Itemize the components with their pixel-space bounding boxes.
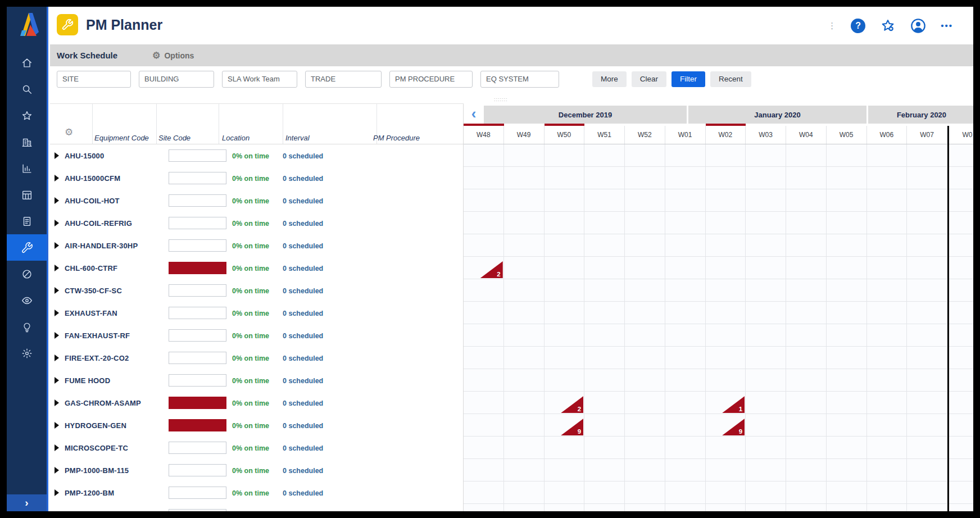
splitter-grip-icon[interactable]: ::::::: [494,97,508,102]
expand-arrow-icon[interactable] [55,175,59,181]
equipment-row: HYDROGEN-GEN0% on time0 scheduled [50,414,463,437]
sidebar-item-home[interactable] [7,49,47,76]
grid-line [464,458,973,459]
filter-input-pm-procedure[interactable] [389,71,473,88]
buildings-icon [21,136,33,148]
filter-input-site[interactable] [57,71,131,88]
grid-line [464,346,973,347]
expand-arrow-icon[interactable] [55,377,59,384]
scheduled-label: 0 scheduled [283,377,323,385]
equipment-code[interactable]: HYDROGEN-GEN [65,421,126,430]
timeline-back-button[interactable]: ‹ [464,106,484,124]
sidebar-item-search[interactable] [7,76,47,102]
schedule-marker-w50[interactable]: 2 [561,396,583,413]
expand-arrow-icon[interactable] [55,220,59,226]
expand-arrow-icon[interactable] [55,399,59,406]
grid-line [866,144,867,511]
equipment-code[interactable]: CHL-600-CTRF [65,264,117,272]
expand-arrow-icon[interactable] [55,422,59,429]
expand-arrow-icon[interactable] [55,242,59,249]
filter-input-trade[interactable] [305,71,382,88]
equipment-code[interactable]: GAS-CHROM-ASAMP [65,399,141,407]
sidebar-item-settings[interactable] [7,340,47,366]
sidebar-item-favorites[interactable] [7,102,47,129]
grid-settings-gear-icon[interactable]: ⚙ [65,126,73,138]
schedule-marker-w50[interactable]: 9 [561,419,583,435]
equipment-code[interactable]: AHU-COIL-REFRIG [65,219,132,228]
equipment-row: PMP-1200-BM0% on time0 scheduled [50,481,463,504]
schedule-marker-w02[interactable]: 1 [722,396,745,413]
brand-logo-icon[interactable] [14,10,41,39]
favorite-star-icon[interactable] [880,18,896,34]
schedule-marker-w48[interactable]: 2 [480,261,503,278]
equipment-code[interactable]: AIR-HANDLER-30HP [65,242,138,250]
sidebar-item-insights[interactable] [7,287,47,313]
kebab-menu-icon[interactable]: ⋮ [828,21,836,31]
equipment-list: AHU-150000% on time0 scheduledAHU-15000C… [50,144,464,511]
tab-bar: Work Schedule ⚙ Options [50,44,973,66]
tab-work-schedule[interactable]: Work Schedule [57,51,117,60]
sidebar-item-buildings[interactable] [7,129,47,155]
week-header-w0: W0 [947,126,973,144]
expand-arrow-icon[interactable] [55,152,59,159]
equipment-code[interactable]: MICROSCOPE-TC [65,444,128,452]
pm-planner-icon [21,242,33,254]
expand-arrow-icon[interactable] [55,444,59,451]
expand-arrow-icon[interactable] [55,197,59,204]
equipment-code[interactable]: AHU-15000CFM [65,174,120,183]
equipment-code[interactable]: PMP-1200-BM [65,489,114,497]
sidebar-item-ideas[interactable] [7,313,47,340]
user-avatar-icon[interactable] [910,18,926,34]
recent-button[interactable]: Recent [710,71,751,87]
app-window: › PM Planner ⋮ ? [7,7,973,511]
equipment-row: FUME HOOD0% on time0 scheduled [50,369,463,392]
equipment-code[interactable]: FIRE-EXT.-20-CO2 [65,354,129,362]
on-time-progress-bar [169,464,226,476]
reports-icon [21,162,33,175]
week-header-w04: W04 [786,126,827,144]
ideas-icon [21,321,33,333]
more-button[interactable]: More [592,71,627,87]
equipment-code[interactable]: EXHAUST-FAN [65,309,117,317]
sidebar-item-documents[interactable] [7,208,47,234]
sidebar-expand-button[interactable]: › [7,494,47,511]
sidebar-item-pm-planner[interactable] [7,234,47,261]
expand-arrow-icon[interactable] [55,332,59,339]
week-header-w48: W48 [464,126,504,144]
schedule-marker-w02[interactable]: 9 [722,419,745,435]
column-divider [219,104,219,144]
sidebar-item-explore[interactable] [7,261,47,287]
equipment-code[interactable]: FAN-EXHAUST-RF [65,331,130,340]
on-time-progress-bar [169,284,226,297]
options-button[interactable]: ⚙ Options [152,50,194,61]
on-time-label: 0% on time [232,399,269,407]
expand-arrow-icon[interactable] [55,355,59,361]
pm-planner-app-icon [57,14,78,35]
expand-arrow-icon[interactable] [55,310,59,316]
timeline-header: ‹ December 2019January 2020February 2020… [464,103,973,144]
sidebar-item-reports[interactable] [7,155,47,181]
equipment-code[interactable]: AHU-15000 [65,152,104,160]
clear-button[interactable]: Clear [632,71,666,87]
help-button[interactable]: ? [851,19,865,33]
week-header-w02: W02 [706,126,746,144]
more-options-icon[interactable]: ••• [941,21,953,30]
expand-arrow-icon[interactable] [55,287,59,294]
sidebar-item-planboard[interactable] [7,181,47,208]
grid-line [745,144,746,511]
expand-arrow-icon[interactable] [55,265,59,271]
current-week-line [947,126,949,511]
sidebar-nav [7,49,47,366]
filter-input-building[interactable] [139,71,214,88]
equipment-code[interactable]: AHU-COIL-HOT [65,197,120,205]
expand-arrow-icon[interactable] [55,489,59,496]
filter-input-eq-system[interactable] [480,71,559,88]
equipment-code[interactable]: FUME HOOD [65,376,110,385]
expand-arrow-icon[interactable] [55,467,59,474]
equipment-code[interactable]: CTW-350-CF-SC [65,287,122,295]
filter-input-sla-work-team[interactable] [222,71,297,88]
on-time-progress-bar [169,217,226,229]
equipment-code[interactable]: PMP-1000-BM-115 [65,466,129,475]
filter-button[interactable]: Filter [672,71,705,87]
scheduled-label: 0 scheduled [283,467,323,475]
